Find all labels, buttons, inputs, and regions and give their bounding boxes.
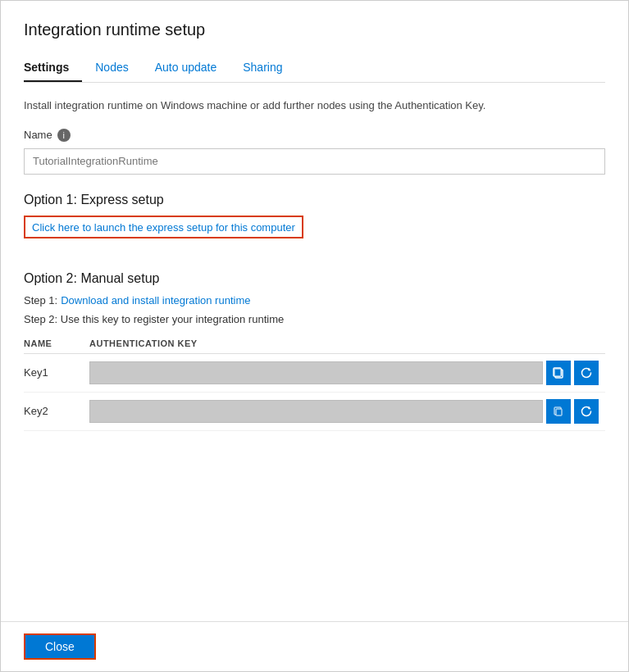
- key2-name: Key2: [24, 392, 89, 430]
- dialog-content: Integration runtime setup Settings Nodes…: [1, 1, 628, 621]
- tab-settings[interactable]: Settings: [24, 54, 82, 82]
- name-label: Name i: [24, 129, 71, 142]
- key2-input-bar: [89, 400, 543, 423]
- express-link-box: Click here to launch the express setup f…: [24, 216, 303, 238]
- col-key-header: AUTHENTICATION KEY: [89, 334, 605, 354]
- settings-description: Install integration runtime on Windows m…: [24, 98, 605, 114]
- name-input[interactable]: [24, 148, 605, 175]
- step1-row: Step 1: Download and install integration…: [24, 294, 605, 306]
- copy-icon: [552, 405, 565, 418]
- key1-cell: [89, 353, 605, 392]
- name-label-row: Name i: [24, 129, 605, 145]
- download-install-link[interactable]: Download and install integration runtime: [61, 294, 250, 306]
- table-row: Key1: [24, 353, 605, 392]
- refresh-icon: [580, 405, 593, 418]
- key1-name: Key1: [24, 353, 89, 392]
- option2-heading: Option 2: Manual setup: [24, 271, 605, 286]
- step2-text: Step 2: Use this key to register your in…: [24, 313, 284, 325]
- refresh-icon: [580, 366, 593, 379]
- col-name-header: NAME: [24, 334, 89, 354]
- tab-nodes[interactable]: Nodes: [95, 54, 141, 82]
- table-row: Key2: [24, 392, 605, 430]
- dialog-footer: Close: [1, 621, 628, 671]
- tab-auto-update[interactable]: Auto update: [155, 54, 230, 82]
- tab-bar: Settings Nodes Auto update Sharing: [24, 54, 605, 83]
- express-setup-link[interactable]: Click here to launch the express setup f…: [32, 221, 295, 234]
- step2-row: Step 2: Use this key to register your in…: [24, 313, 605, 325]
- key2-copy-button[interactable]: [546, 399, 571, 424]
- auth-key-table: NAME AUTHENTICATION KEY Key1: [24, 334, 605, 431]
- close-button[interactable]: Close: [24, 633, 96, 660]
- key2-refresh-button[interactable]: [574, 399, 599, 424]
- svg-rect-2: [554, 369, 561, 376]
- dialog-title: Integration runtime setup: [24, 20, 605, 39]
- step1-prefix: Step 1:: [24, 294, 57, 306]
- svg-rect-4: [556, 409, 562, 415]
- key1-refresh-button[interactable]: [574, 361, 599, 385]
- key2-cell: [89, 392, 605, 430]
- option1-heading: Option 1: Express setup: [24, 193, 605, 207]
- key1-input-bar: [89, 361, 543, 384]
- tab-sharing[interactable]: Sharing: [243, 54, 295, 82]
- integration-runtime-dialog: Integration runtime setup Settings Nodes…: [0, 0, 629, 672]
- copy-icon: [552, 366, 565, 379]
- key1-copy-button[interactable]: [546, 361, 571, 385]
- name-info-icon[interactable]: i: [57, 129, 71, 142]
